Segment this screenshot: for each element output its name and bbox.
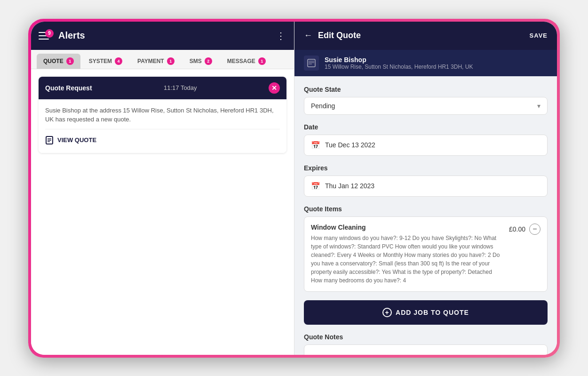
quote-items-section: Quote Items Window Cleaning How many win… <box>304 205 548 292</box>
quote-state-value: Pending <box>311 102 335 110</box>
left-header: 9 Alerts ⋮ <box>31 22 294 50</box>
outer-shell: 9 Alerts ⋮ QUOTE 1 SYSTEM 4 <box>28 19 560 358</box>
tab-message-label: MESSAGE <box>227 58 255 64</box>
tab-sms[interactable]: SMS 2 <box>183 54 219 69</box>
quote-item-content: Window Cleaning How many windows do you … <box>311 224 503 285</box>
price-value: £0.00 <box>509 225 525 233</box>
tabs-row: QUOTE 1 SYSTEM 4 PAYMENT 1 SMS 2 <box>31 50 294 69</box>
right-content: Quote State Pending ▾ Date 📅 Tue Dec 13 … <box>294 76 557 355</box>
right-panel: ← Edit Quote SAVE <box>294 22 557 355</box>
quote-notes-label: Quote Notes <box>304 333 548 341</box>
view-quote-button[interactable]: VIEW QUOTE <box>45 134 96 146</box>
quote-item-card: Window Cleaning How many windows do you … <box>304 216 548 292</box>
chevron-down-icon: ▾ <box>537 102 540 110</box>
quote-item-price: £0.00 − <box>509 224 540 235</box>
expires-value: Thu Jan 12 2023 <box>325 182 374 190</box>
calendar-icon-expires: 📅 <box>311 182 320 191</box>
customer-bar: Susie Bishop 15 Willow Rise, Sutton St N… <box>294 50 557 76</box>
tab-system-label: SYSTEM <box>89 58 112 64</box>
left-header-left: 9 Alerts <box>39 30 85 41</box>
app-container: 9 Alerts ⋮ QUOTE 1 SYSTEM 4 <box>31 22 557 355</box>
tab-payment-badge: 1 <box>167 57 175 65</box>
plus-circle-icon: + <box>382 308 392 317</box>
view-quote-label: VIEW QUOTE <box>57 136 96 144</box>
quote-state-section: Quote State Pending ▾ <box>304 86 548 115</box>
add-job-label: ADD JOB TO QUOTE <box>396 309 469 316</box>
tab-payment[interactable]: PAYMENT 1 <box>131 54 181 69</box>
inner-shell: 9 Alerts ⋮ QUOTE 1 SYSTEM 4 <box>31 22 557 355</box>
alert-card-text: Susie Bishop at the address 15 Willow Ri… <box>45 106 280 124</box>
app-title: Alerts <box>58 30 85 41</box>
customer-name: Susie Bishop <box>325 56 473 64</box>
expires-section: Expires 📅 Thu Jan 12 2023 <box>304 164 548 197</box>
close-alert-button[interactable]: ✕ <box>269 82 280 94</box>
calendar-icon: 📅 <box>311 141 320 150</box>
tab-sms-badge: 2 <box>205 57 212 65</box>
tab-message-badge: 1 <box>258 57 266 65</box>
left-panel: 9 Alerts ⋮ QUOTE 1 SYSTEM 4 <box>31 22 294 355</box>
right-header-left: ← Edit Quote <box>304 31 361 40</box>
quote-item-name: Window Cleaning <box>311 224 503 231</box>
date-picker[interactable]: 📅 Tue Dec 13 2022 <box>304 135 548 156</box>
alert-card-time: 11:17 Today <box>164 84 197 91</box>
tab-quote-label: QUOTE <box>43 58 64 64</box>
remove-item-button[interactable]: − <box>529 224 540 235</box>
quote-state-select[interactable]: Pending ▾ <box>304 97 548 115</box>
quote-state-label: Quote State <box>304 86 548 93</box>
expires-picker[interactable]: 📅 Thu Jan 12 2023 <box>304 176 548 197</box>
customer-info: Susie Bishop 15 Willow Rise, Sutton St N… <box>325 56 473 70</box>
document-icon <box>45 136 54 144</box>
expires-label: Expires <box>304 164 548 172</box>
customer-icon <box>304 56 319 71</box>
save-button[interactable]: SAVE <box>530 32 548 39</box>
tab-quote[interactable]: QUOTE 1 <box>37 54 80 69</box>
alert-card: Quote Request 11:17 Today ✕ Susie Bishop… <box>39 77 286 153</box>
tab-quote-badge: 1 <box>66 57 74 65</box>
alert-card-header: Quote Request 11:17 Today ✕ <box>39 77 286 99</box>
customer-address: 15 Willow Rise, Sutton St Nicholas, Here… <box>325 64 473 70</box>
right-header: ← Edit Quote SAVE <box>294 22 557 50</box>
date-label: Date <box>304 123 548 131</box>
alert-card-title: Quote Request <box>45 84 92 92</box>
quote-items-label: Quote Items <box>304 205 548 213</box>
tab-sms-label: SMS <box>190 58 202 64</box>
quote-item-description: How many windows do you have?: 9-12 Do y… <box>311 234 503 285</box>
tab-payment-label: PAYMENT <box>137 58 164 64</box>
alert-card-body: Susie Bishop at the address 15 Willow Ri… <box>39 99 286 153</box>
more-options-icon[interactable]: ⋮ <box>276 30 286 41</box>
add-job-to-quote-button[interactable]: + ADD JOB TO QUOTE <box>304 300 548 325</box>
tab-system-badge: 4 <box>115 57 122 65</box>
tab-message[interactable]: MESSAGE 1 <box>221 54 272 69</box>
quote-notes-input[interactable] <box>304 344 548 355</box>
date-value: Tue Dec 13 2022 <box>325 141 375 149</box>
edit-quote-title: Edit Quote <box>318 31 361 40</box>
back-arrow-icon[interactable]: ← <box>304 31 312 40</box>
svg-rect-4 <box>308 59 315 67</box>
divider <box>45 129 280 129</box>
alerts-content: Quote Request 11:17 Today ✕ Susie Bishop… <box>31 69 294 355</box>
menu-badge: 9 <box>45 29 54 38</box>
tab-system[interactable]: SYSTEM 4 <box>82 54 129 69</box>
quote-notes-section: Quote Notes <box>304 333 548 355</box>
date-section: Date 📅 Tue Dec 13 2022 <box>304 123 548 156</box>
